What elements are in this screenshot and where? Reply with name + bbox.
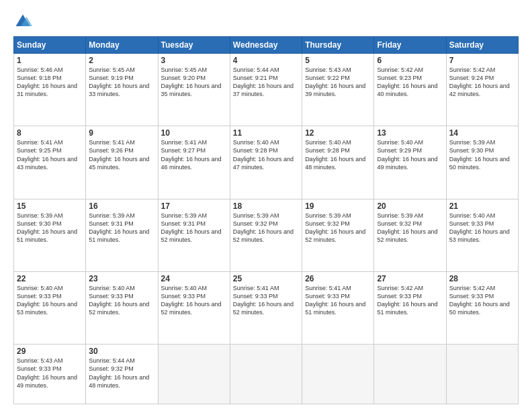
table-row: 5 Sunrise: 5:43 AMSunset: 9:22 PMDayligh… [302,54,374,126]
day-number: 23 [89,274,154,283]
day-info: Sunrise: 5:40 AMSunset: 9:29 PMDaylight:… [377,139,437,170]
table-row: 25 Sunrise: 5:41 AMSunset: 9:33 PMDaylig… [230,271,302,344]
day-number: 5 [305,56,371,65]
day-info: Sunrise: 5:43 AMSunset: 9:33 PMDaylight:… [17,357,77,388]
day-number: 15 [17,201,83,211]
day-info: Sunrise: 5:43 AMSunset: 9:22 PMDaylight:… [305,66,365,97]
day-number: 27 [377,274,443,283]
table-row [302,345,374,404]
calendar-header-row: Sunday Monday Tuesday Wednesday Thursday… [14,37,519,54]
table-row: 28 Sunrise: 5:42 AMSunset: 9:33 PMDaylig… [446,271,518,344]
day-info: Sunrise: 5:44 AMSunset: 9:32 PMDaylight:… [89,357,149,388]
day-number: 14 [449,128,515,138]
day-info: Sunrise: 5:42 AMSunset: 9:33 PMDaylight:… [377,285,437,316]
day-info: Sunrise: 5:40 AMSunset: 9:33 PMDaylight:… [161,285,222,316]
day-info: Sunrise: 5:41 AMSunset: 9:27 PMDaylight:… [161,139,222,170]
day-number: 3 [161,56,227,65]
table-row: 4 Sunrise: 5:44 AMSunset: 9:21 PMDayligh… [230,54,302,126]
table-row: 26 Sunrise: 5:41 AMSunset: 9:33 PMDaylig… [302,271,374,344]
table-row: 15 Sunrise: 5:39 AMSunset: 9:30 PMDaylig… [14,199,86,271]
day-info: Sunrise: 5:40 AMSunset: 9:33 PMDaylight:… [89,285,149,316]
table-row: 23 Sunrise: 5:40 AMSunset: 9:33 PMDaylig… [86,271,158,344]
logo-icon [13,12,32,31]
table-row: 9 Sunrise: 5:41 AMSunset: 9:26 PMDayligh… [86,126,158,199]
table-row [374,345,446,404]
day-number: 19 [305,201,371,211]
day-info: Sunrise: 5:39 AMSunset: 9:31 PMDaylight:… [89,212,149,243]
table-row: 20 Sunrise: 5:39 AMSunset: 9:32 PMDaylig… [374,199,446,271]
day-info: Sunrise: 5:41 AMSunset: 9:26 PMDaylight:… [89,139,149,170]
col-tuesday: Tuesday [158,37,230,54]
table-row: 6 Sunrise: 5:42 AMSunset: 9:23 PMDayligh… [374,54,446,126]
day-info: Sunrise: 5:45 AMSunset: 9:20 PMDaylight:… [161,66,222,97]
day-number: 24 [161,274,227,283]
col-wednesday: Wednesday [230,37,302,54]
day-number: 11 [233,128,299,138]
day-info: Sunrise: 5:39 AMSunset: 9:32 PMDaylight:… [377,212,437,243]
table-row: 3 Sunrise: 5:45 AMSunset: 9:20 PMDayligh… [158,54,230,126]
day-info: Sunrise: 5:39 AMSunset: 9:32 PMDaylight:… [305,212,365,243]
table-row [230,345,302,404]
table-row: 16 Sunrise: 5:39 AMSunset: 9:31 PMDaylig… [86,199,158,271]
day-number: 2 [89,56,154,65]
day-number: 25 [233,274,299,283]
table-row [446,345,518,404]
day-info: Sunrise: 5:39 AMSunset: 9:31 PMDaylight:… [161,212,222,243]
day-number: 10 [161,128,227,138]
table-row: 22 Sunrise: 5:40 AMSunset: 9:33 PMDaylig… [14,271,86,344]
day-number: 12 [305,128,371,138]
day-info: Sunrise: 5:45 AMSunset: 9:19 PMDaylight:… [89,66,149,97]
day-number: 9 [89,128,154,138]
day-info: Sunrise: 5:39 AMSunset: 9:32 PMDaylight:… [233,212,294,243]
day-info: Sunrise: 5:39 AMSunset: 9:30 PMDaylight:… [449,139,510,170]
table-row: 13 Sunrise: 5:40 AMSunset: 9:29 PMDaylig… [374,126,446,199]
table-row: 30 Sunrise: 5:44 AMSunset: 9:32 PMDaylig… [86,345,158,404]
table-row: 11 Sunrise: 5:40 AMSunset: 9:28 PMDaylig… [230,126,302,199]
table-row: 1 Sunrise: 5:46 AMSunset: 9:18 PMDayligh… [14,54,86,126]
day-info: Sunrise: 5:44 AMSunset: 9:21 PMDaylight:… [233,66,294,97]
day-number: 8 [17,128,83,138]
table-row: 2 Sunrise: 5:45 AMSunset: 9:19 PMDayligh… [86,54,158,126]
day-number: 18 [233,201,299,211]
day-number: 21 [449,201,515,211]
header [13,12,519,31]
day-info: Sunrise: 5:40 AMSunset: 9:33 PMDaylight:… [449,212,510,243]
table-row: 7 Sunrise: 5:42 AMSunset: 9:24 PMDayligh… [446,54,518,126]
day-number: 6 [377,56,443,65]
day-number: 30 [89,347,154,356]
day-info: Sunrise: 5:46 AMSunset: 9:18 PMDaylight:… [17,66,77,97]
col-friday: Friday [374,37,446,54]
table-row: 29 Sunrise: 5:43 AMSunset: 9:33 PMDaylig… [14,345,86,404]
day-number: 28 [449,274,515,283]
day-info: Sunrise: 5:42 AMSunset: 9:33 PMDaylight:… [449,285,510,316]
table-row: 14 Sunrise: 5:39 AMSunset: 9:30 PMDaylig… [446,126,518,199]
table-row: 12 Sunrise: 5:40 AMSunset: 9:28 PMDaylig… [302,126,374,199]
table-row [158,345,230,404]
day-number: 4 [233,56,299,65]
day-number: 13 [377,128,443,138]
table-row: 27 Sunrise: 5:42 AMSunset: 9:33 PMDaylig… [374,271,446,344]
logo [13,12,35,31]
day-info: Sunrise: 5:41 AMSunset: 9:25 PMDaylight:… [17,139,77,170]
day-info: Sunrise: 5:40 AMSunset: 9:33 PMDaylight:… [17,285,77,316]
day-info: Sunrise: 5:42 AMSunset: 9:23 PMDaylight:… [377,66,437,97]
day-info: Sunrise: 5:39 AMSunset: 9:30 PMDaylight:… [17,212,77,243]
day-info: Sunrise: 5:40 AMSunset: 9:28 PMDaylight:… [233,139,294,170]
day-number: 20 [377,201,443,211]
table-row: 17 Sunrise: 5:39 AMSunset: 9:31 PMDaylig… [158,199,230,271]
table-row: 19 Sunrise: 5:39 AMSunset: 9:32 PMDaylig… [302,199,374,271]
day-info: Sunrise: 5:42 AMSunset: 9:24 PMDaylight:… [449,66,510,97]
day-number: 26 [305,274,371,283]
day-number: 7 [449,56,515,65]
day-number: 22 [17,274,83,283]
table-row: 24 Sunrise: 5:40 AMSunset: 9:33 PMDaylig… [158,271,230,344]
day-number: 29 [17,347,83,356]
table-row: 18 Sunrise: 5:39 AMSunset: 9:32 PMDaylig… [230,199,302,271]
col-saturday: Saturday [446,37,518,54]
day-info: Sunrise: 5:41 AMSunset: 9:33 PMDaylight:… [305,285,365,316]
table-row: 10 Sunrise: 5:41 AMSunset: 9:27 PMDaylig… [158,126,230,199]
day-number: 1 [17,56,83,65]
table-row: 21 Sunrise: 5:40 AMSunset: 9:33 PMDaylig… [446,199,518,271]
table-row: 8 Sunrise: 5:41 AMSunset: 9:25 PMDayligh… [14,126,86,199]
day-info: Sunrise: 5:40 AMSunset: 9:28 PMDaylight:… [305,139,365,170]
